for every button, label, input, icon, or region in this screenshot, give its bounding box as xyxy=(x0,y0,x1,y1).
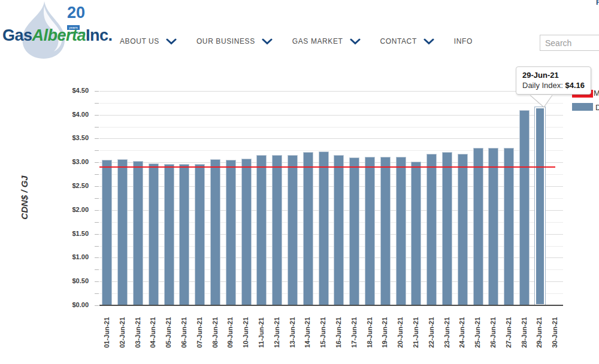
bar[interactable] xyxy=(272,155,282,305)
bar[interactable] xyxy=(133,161,143,305)
y-axis-tick xyxy=(95,293,99,294)
bar[interactable] xyxy=(473,148,483,305)
main-nav: ABOUT USOUR BUSINESSGAS MARKETCONTACTINF… xyxy=(120,37,473,46)
x-axis-label: 09-Jun-21 xyxy=(226,310,234,348)
badge-number: 20 xyxy=(67,5,95,21)
x-axis-label: 05-Jun-21 xyxy=(165,310,172,348)
bar[interactable] xyxy=(349,157,359,305)
y-axis-label: $4.50 xyxy=(54,87,89,94)
nav-item-contact[interactable]: CONTACT xyxy=(380,37,434,46)
bar[interactable] xyxy=(288,155,298,305)
y-axis-label: $0.50 xyxy=(54,277,89,284)
gridline xyxy=(99,138,563,139)
chevron-down-icon xyxy=(262,38,273,45)
bar[interactable] xyxy=(535,107,545,305)
bar[interactable] xyxy=(519,110,530,305)
bar[interactable] xyxy=(426,154,437,305)
chevron-down-icon xyxy=(166,38,177,45)
x-axis-label: 10-Jun-21 xyxy=(242,310,249,348)
y-axis-tick xyxy=(95,234,99,235)
logo-gas: Gas xyxy=(2,26,32,44)
chevron-down-icon xyxy=(350,38,361,45)
logo-wordmark: GasAlbertaInc. xyxy=(2,26,113,45)
y-axis-tick xyxy=(95,210,99,211)
y-axis-tick xyxy=(95,162,99,163)
x-axis-label: 25-Jun-21 xyxy=(474,310,481,348)
gridline xyxy=(99,91,563,92)
x-axis-label: 22-Jun-21 xyxy=(428,310,435,348)
x-axis-label: 14-Jun-21 xyxy=(304,310,311,348)
bar[interactable] xyxy=(195,164,205,305)
bar[interactable] xyxy=(442,152,452,305)
y-axis-label: $1.00 xyxy=(54,253,89,260)
bar[interactable] xyxy=(179,164,189,305)
y-axis-tick xyxy=(95,305,99,306)
x-axis-label: 24-Jun-21 xyxy=(458,310,465,348)
bar[interactable] xyxy=(117,159,128,305)
gridline xyxy=(99,127,563,128)
nav-item-about-us[interactable]: ABOUT US xyxy=(120,37,177,46)
logo-inc: Inc. xyxy=(86,26,113,44)
nav-label: OUR BUSINESS xyxy=(196,37,255,46)
y-axis-tick xyxy=(95,198,99,199)
search-input[interactable] xyxy=(540,35,599,51)
x-axis-label: 12-Jun-21 xyxy=(273,310,280,348)
legend-label-monthly: M xyxy=(594,89,599,98)
nav-item-info[interactable]: INFO xyxy=(454,37,473,46)
nav-item-our-business[interactable]: OUR BUSINESS xyxy=(196,37,273,46)
x-axis-label: 28-Jun-21 xyxy=(521,310,528,348)
x-axis-label: 02-Jun-21 xyxy=(119,310,126,348)
y-axis-label: $3.00 xyxy=(54,158,89,165)
y-axis-label: $4.00 xyxy=(54,111,89,118)
x-axis-label: 13-Jun-21 xyxy=(289,310,296,348)
x-axis-label: 19-Jun-21 xyxy=(381,310,388,348)
bar[interactable] xyxy=(488,148,498,305)
bar[interactable] xyxy=(458,154,468,305)
bar[interactable] xyxy=(396,157,406,305)
x-axis-label: 30-Jun-21 xyxy=(551,310,558,348)
x-axis-label: 11-Jun-21 xyxy=(258,310,265,348)
x-axis-label: 07-Jun-21 xyxy=(196,310,203,348)
y-axis-tick xyxy=(95,257,99,258)
x-axis-label: 18-Jun-21 xyxy=(366,310,373,348)
nav-item-gas-market[interactable]: GAS MARKET xyxy=(292,37,361,46)
y-axis-tick xyxy=(95,138,99,139)
site-header: 20 years 1998–2018 GasAlbertaInc. ABOUT … xyxy=(0,0,599,60)
y-axis-tick xyxy=(95,115,99,116)
gridline xyxy=(99,115,563,116)
bar[interactable] xyxy=(303,152,313,305)
bar[interactable] xyxy=(319,151,329,305)
clipped-corner-text: F xyxy=(596,0,599,7)
gas-alberta-logo[interactable]: 20 years 1998–2018 GasAlbertaInc. xyxy=(0,0,102,60)
y-axis-tick xyxy=(95,269,99,270)
bar[interactable] xyxy=(164,164,174,305)
bar[interactable] xyxy=(380,157,391,305)
x-axis-label: 26-Jun-21 xyxy=(489,310,497,348)
bar[interactable] xyxy=(149,163,159,305)
y-axis-tick xyxy=(95,174,99,175)
plot-area xyxy=(99,84,563,305)
y-axis-tick xyxy=(95,150,99,151)
bar[interactable] xyxy=(102,160,112,305)
bar[interactable] xyxy=(411,162,421,305)
tooltip-pointer xyxy=(521,95,557,108)
x-axis-label: 21-Jun-21 xyxy=(412,310,419,348)
bar[interactable] xyxy=(226,160,236,305)
y-axis-tick xyxy=(95,91,99,92)
bar[interactable] xyxy=(256,155,267,305)
bar[interactable] xyxy=(210,159,220,305)
y-axis-tick xyxy=(95,186,99,187)
chevron-down-icon xyxy=(423,38,434,45)
nav-label: ABOUT US xyxy=(120,37,159,46)
x-axis-line xyxy=(99,305,563,306)
y-axis-label: $2.00 xyxy=(54,206,89,213)
x-axis-label: 03-Jun-21 xyxy=(134,310,141,348)
bar[interactable] xyxy=(504,148,514,305)
y-axis-tick xyxy=(95,281,99,282)
nav-label: INFO xyxy=(454,37,473,46)
x-axis-label: 04-Jun-21 xyxy=(149,310,156,348)
bar[interactable] xyxy=(334,155,344,305)
bar[interactable] xyxy=(241,159,252,305)
x-axis-label: 27-Jun-21 xyxy=(505,310,512,348)
bar[interactable] xyxy=(365,157,375,305)
